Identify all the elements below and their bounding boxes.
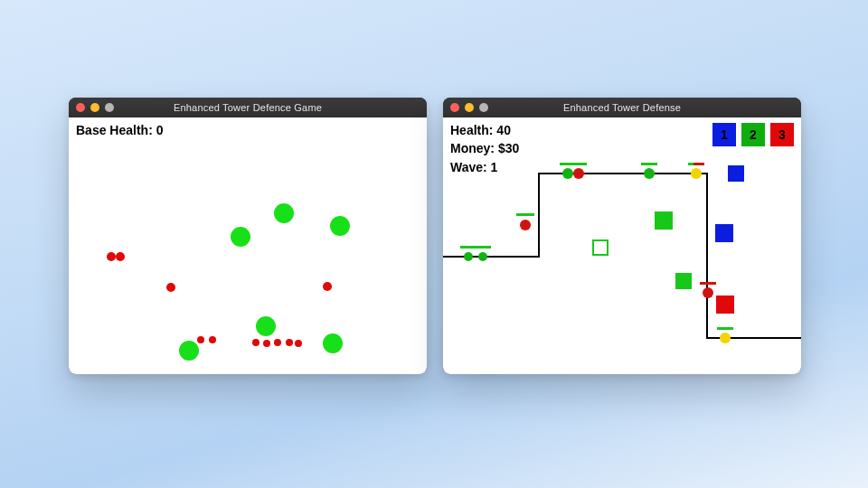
hud-left: Base Health: 0 [76,121,164,139]
enemy-large [330,216,350,236]
palette-slot-2[interactable]: 2 [741,123,765,146]
money-label: Money: [450,141,495,155]
creep [464,252,473,261]
creep [478,252,487,261]
health-value: 40 [496,123,511,137]
health-label: Health: [450,123,493,137]
creep [691,168,702,179]
traffic-lights [443,103,488,112]
enemy-small [274,339,281,346]
enemy-large [231,227,250,247]
game-canvas-right[interactable]: Health: 40 Money: $30 Wave: 1 123 [443,117,801,374]
game-canvas-left[interactable]: Base Health: 0 [69,117,427,374]
palette-slot-1[interactable]: 1 [712,123,736,146]
enemy-large [274,203,294,223]
enemy-small [209,336,216,343]
zoom-icon[interactable] [105,103,114,112]
enemy-small [286,339,293,346]
creep [562,168,573,179]
close-icon[interactable] [76,103,85,112]
tower[interactable] [716,296,734,314]
window-title: Enhanced Tower Defence Game [69,102,427,113]
creep [520,220,531,230]
wave-value: 1 [491,160,498,174]
hp-bar [571,163,587,165]
selection-cursor [592,239,609,256]
minimize-icon[interactable] [465,103,474,112]
creep [573,168,584,179]
traffic-lights [69,103,114,112]
enemy-small [263,340,270,347]
hp-bar [516,213,534,216]
close-icon[interactable] [450,103,459,112]
hp-bar [641,163,657,165]
tower[interactable] [655,211,673,230]
enemy-small [295,340,302,347]
window-titlebar[interactable]: Enhanced Tower Defence Game [69,98,427,117]
creep [703,287,713,298]
enemy-small [107,252,116,261]
hp-bar [700,282,716,285]
enemy-small [197,336,204,343]
hud-right: Health: 40 Money: $30 Wave: 1 [450,121,519,176]
window-tower-defence-game[interactable]: Enhanced Tower Defence Game Base Health:… [69,98,427,374]
window-titlebar[interactable]: Enhanced Tower Defense [443,98,801,117]
window-tower-defense[interactable]: Enhanced Tower Defense Health: 40 Money:… [443,98,801,374]
hp-bar [475,246,491,249]
base-health-label: Base Health: [76,123,153,137]
window-title: Enhanced Tower Defense [443,102,801,113]
hp-bar-partial [688,163,693,165]
wave-label: Wave: [450,160,487,174]
tower[interactable] [728,165,744,182]
base-health-value: 0 [156,123,164,137]
enemy-small [252,339,259,346]
tower[interactable] [715,224,733,242]
enemy-large [323,333,343,353]
tower[interactable] [675,273,692,289]
hp-bar [717,327,733,330]
enemy-small [116,252,125,261]
palette-slot-3[interactable]: 3 [770,123,794,146]
enemy-small [323,282,332,291]
zoom-icon[interactable] [479,103,488,112]
creep [644,168,655,179]
creep [720,333,731,343]
enemy-small [166,283,175,292]
enemy-large [256,316,276,336]
tower-palette: 123 [712,123,794,146]
enemy-large [179,341,199,361]
minimize-icon[interactable] [90,103,99,112]
money-value: $30 [498,141,519,155]
